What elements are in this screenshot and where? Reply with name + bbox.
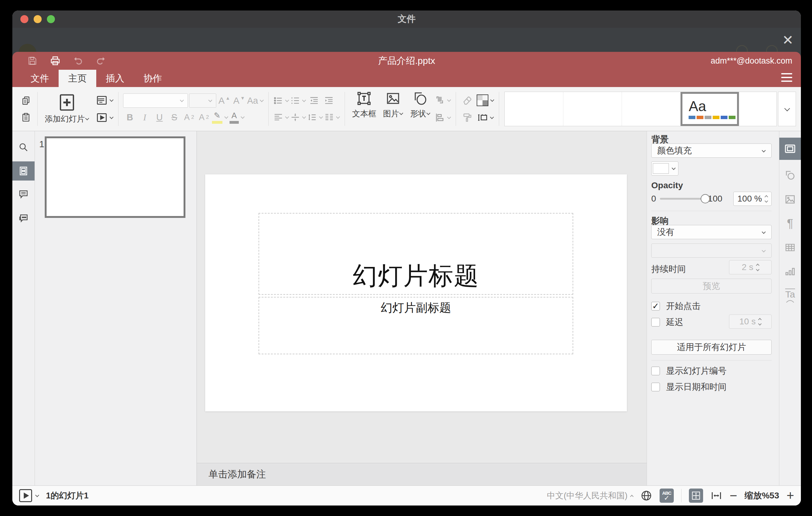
start-slideshow-button[interactable] [96, 111, 114, 125]
highlight-color-button[interactable]: ✎ [212, 110, 228, 124]
superscript-button[interactable]: A2 [182, 110, 196, 124]
subscript-button[interactable]: A2 [197, 110, 211, 124]
change-case-button[interactable]: Aa [247, 93, 264, 108]
insert-shape-button[interactable]: 形状 [408, 87, 433, 123]
undo-icon[interactable] [71, 54, 85, 67]
image-settings-tab[interactable] [779, 191, 801, 208]
save-icon[interactable] [26, 54, 39, 67]
spinner-arrows[interactable] [756, 264, 759, 271]
tab-home[interactable]: 主页 [59, 70, 96, 87]
slide-settings-tab[interactable] [779, 138, 801, 160]
delay-spinner[interactable]: 10 s [729, 314, 772, 329]
slide-thumbnail[interactable] [45, 136, 185, 218]
fill-color-picker[interactable] [651, 162, 678, 176]
font-color-button[interactable]: A [230, 110, 245, 124]
add-slide-button[interactable]: 添加幻灯片 [42, 91, 92, 127]
textart-settings-tab[interactable]: Ta [779, 287, 801, 304]
maximize-traffic-icon[interactable] [47, 15, 55, 23]
duration-spinner[interactable]: 2 s [729, 260, 772, 274]
horizontal-align-button[interactable] [273, 110, 289, 124]
insert-image-button[interactable]: 图片 [380, 87, 406, 123]
zoom-in-button[interactable]: + [786, 489, 794, 502]
table-settings-tab[interactable] [779, 239, 801, 256]
italic-button[interactable]: I [138, 110, 151, 124]
shape-settings-tab[interactable] [779, 167, 801, 184]
account-email[interactable]: adm***@dootask.com [710, 56, 792, 66]
preview-button[interactable]: 预览 [651, 279, 772, 293]
bullet-list-button[interactable] [273, 93, 289, 108]
slide-size-button[interactable] [477, 111, 494, 125]
close-icon[interactable]: ✕ [782, 33, 793, 47]
apply-to-all-button[interactable]: 适用于所有幻灯片 [651, 340, 772, 354]
insert-textbox-button[interactable]: 文本框 [350, 87, 379, 123]
increase-font-button[interactable]: A ▲ [218, 93, 231, 108]
theme-gallery-expand-button[interactable] [778, 92, 796, 126]
tab-file[interactable]: 文件 [21, 70, 59, 87]
theme-item[interactable] [622, 92, 680, 126]
title-placeholder[interactable]: 幻灯片标题 [259, 213, 573, 295]
increase-indent-button[interactable] [322, 93, 336, 108]
spinner-arrows[interactable] [765, 196, 767, 202]
copy-icon[interactable] [19, 93, 33, 108]
show-slide-number-checkbox[interactable] [651, 367, 660, 375]
theme-item-selected[interactable]: Aa [680, 92, 739, 126]
effect-select[interactable]: 没有 [651, 225, 772, 239]
shape-label: 形状 [410, 108, 426, 119]
print-icon[interactable] [49, 54, 62, 67]
slides-panel-tab[interactable] [12, 162, 34, 180]
close-traffic-icon[interactable] [20, 15, 28, 23]
numbered-list-button[interactable] [290, 93, 306, 108]
columns-button[interactable] [324, 110, 340, 124]
theme-item[interactable] [739, 92, 777, 126]
opacity-spinner[interactable]: 100 % [733, 192, 772, 206]
paragraph-settings-tab[interactable]: ¶ [779, 215, 801, 232]
align-shape-button[interactable] [435, 111, 451, 125]
sub-idx: 2 [206, 114, 209, 120]
effect-type-select[interactable] [651, 243, 772, 258]
font-size-select[interactable] [189, 93, 216, 108]
fit-to-width-button[interactable] [710, 490, 722, 501]
show-datetime-checkbox[interactable] [651, 383, 660, 391]
zoom-out-button[interactable]: − [730, 489, 737, 502]
copy-style-roller-icon[interactable] [461, 111, 474, 125]
spellcheck-toggle[interactable]: ABC ✓ [660, 489, 674, 503]
vertical-align-button[interactable] [290, 110, 306, 124]
delay-checkbox[interactable] [651, 318, 660, 326]
arrange-shape-button[interactable] [435, 93, 451, 107]
spinner-arrows[interactable] [759, 318, 761, 325]
paste-icon[interactable] [19, 110, 33, 124]
theme-item[interactable] [563, 92, 622, 126]
fill-type-select[interactable]: 颜色填充 [651, 144, 772, 158]
redo-icon[interactable] [94, 54, 107, 67]
menu-icon[interactable] [781, 73, 792, 82]
start-slideshow-status-button[interactable] [19, 489, 32, 502]
theme-item[interactable] [505, 92, 563, 126]
search-button[interactable] [12, 137, 34, 157]
eraser-icon[interactable] [461, 93, 474, 107]
minimize-traffic-icon[interactable] [34, 15, 42, 23]
subtitle-placeholder[interactable]: 幻灯片副标题 [259, 297, 573, 354]
comments-tab[interactable] [12, 184, 34, 204]
slide-layout-button[interactable] [96, 93, 114, 107]
bold-button[interactable]: B [123, 110, 137, 124]
document-language-icon[interactable] [640, 490, 652, 501]
opacity-slider-handle[interactable] [701, 194, 710, 203]
decrease-indent-button[interactable] [307, 93, 321, 108]
fit-to-slide-button[interactable] [689, 489, 703, 503]
decrease-font-button[interactable]: A ▼ [232, 93, 246, 108]
chart-settings-tab[interactable] [779, 263, 801, 280]
language-selector[interactable]: 中文(中华人民共和国) [547, 490, 633, 501]
chevron-down-icon[interactable] [35, 493, 39, 497]
notes-area[interactable]: 单击添加备注 [197, 463, 647, 485]
font-name-select[interactable] [123, 93, 188, 108]
line-spacing-button[interactable] [307, 110, 323, 124]
shape-fill-color-button[interactable] [477, 93, 494, 107]
slide-editor[interactable]: 幻灯片标题 幻灯片副标题 [205, 174, 627, 411]
start-on-click-checkbox[interactable]: ✓ [651, 302, 660, 311]
underline-button[interactable]: U [153, 110, 166, 124]
tab-collaboration[interactable]: 协作 [134, 70, 172, 87]
opacity-slider[interactable] [660, 198, 705, 200]
tab-insert[interactable]: 插入 [96, 70, 134, 87]
chat-tab[interactable] [12, 208, 34, 228]
strikethrough-button[interactable]: S [168, 110, 181, 124]
